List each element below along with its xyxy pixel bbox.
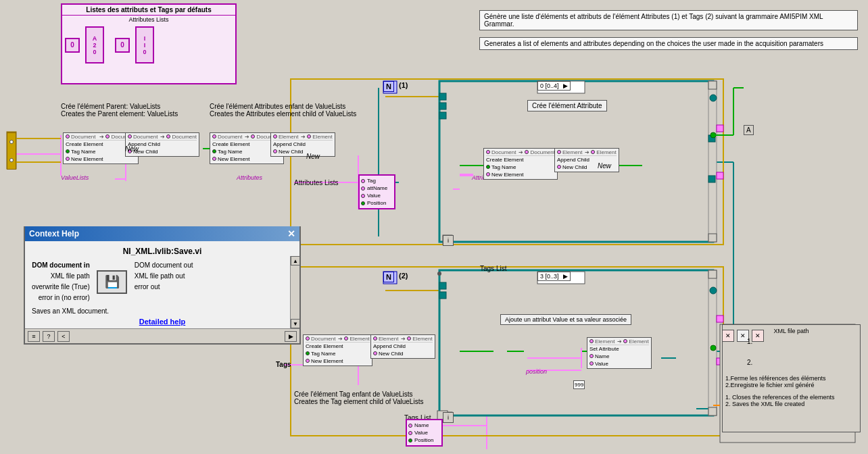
svg-rect-40 bbox=[439, 282, 446, 289]
context-help-titlebar: Context Help ✕ bbox=[25, 226, 299, 241]
attributes-lists-connector-label: Attributes Lists bbox=[294, 179, 339, 186]
description-box-2: Generates a list of elements and attribu… bbox=[479, 37, 858, 50]
valuelists-label: ValueLists bbox=[61, 174, 89, 181]
loop2-label: (2) bbox=[399, 272, 408, 280]
scrollbar-right[interactable]: ▶ bbox=[285, 331, 297, 342]
terminal-0-left: 0 bbox=[65, 38, 80, 53]
loop-count-bottom: 3 [0..3] ▶ bbox=[537, 272, 571, 281]
loop-count-top: 0 [0..4] ▶ bbox=[537, 81, 571, 91]
loop-999-indicator: 999 bbox=[573, 380, 585, 389]
svg-point-47 bbox=[710, 345, 716, 351]
close-refs-en-label: 1. Closes the references of the elements… bbox=[725, 394, 857, 407]
loop1-label: (1) bbox=[399, 81, 408, 89]
i-counter-top: i bbox=[443, 235, 454, 246]
new-label-1: New bbox=[125, 145, 139, 153]
description-text-1: Génère une liste d'éléments et attributs… bbox=[484, 13, 823, 28]
svg-rect-60 bbox=[717, 172, 723, 179]
param-error-out: error out bbox=[135, 282, 193, 293]
new-label-3: New bbox=[598, 162, 611, 170]
tags-label: Tags bbox=[276, 361, 291, 368]
svg-rect-39 bbox=[439, 112, 446, 119]
scrollbar-up-button[interactable]: ▲ bbox=[291, 256, 300, 266]
create-element-block-4: Document ➔ Element Create Element Tag Na… bbox=[303, 334, 372, 366]
svg-rect-38 bbox=[439, 103, 446, 109]
create-attr-label: Crée l'élément Attributes enfant de Valu… bbox=[210, 103, 356, 118]
svg-rect-42 bbox=[708, 135, 715, 142]
main-canvas: Génère une liste d'éléments et attributs… bbox=[0, 0, 868, 454]
create-attr2-label: Crée l'élément Attribute bbox=[527, 100, 607, 111]
svg-point-66 bbox=[437, 272, 441, 276]
svg-rect-59 bbox=[717, 125, 723, 132]
param-overwrite: overwrite file (True) bbox=[32, 282, 90, 293]
tags-list-label: Tags List bbox=[480, 265, 506, 272]
detailed-help-link[interactable]: Detailed help bbox=[32, 318, 293, 326]
svg-rect-34 bbox=[708, 270, 717, 415]
append-child-block-1: Document ➔ Document Append Child New Chi… bbox=[125, 132, 199, 157]
description-text-2: Generates a list of elements and attribu… bbox=[484, 40, 823, 47]
set-attribute-block: Element ➔ Element Set Attribute Name Val… bbox=[587, 336, 652, 369]
terminal-0-right: 0 bbox=[115, 38, 130, 53]
param-dom-out: DOM document out bbox=[135, 260, 193, 271]
scrollbar-down-button[interactable]: ▼ bbox=[291, 319, 300, 328]
context-help-window: Context Help ✕ NI_XML.lvlib:Save.vi DOM … bbox=[24, 226, 301, 345]
create-parent-label: Crée l'élément Parent: ValueLists Create… bbox=[61, 103, 178, 118]
svg-rect-43 bbox=[708, 176, 715, 182]
param-xml-out: XML file path out bbox=[135, 271, 193, 282]
position-label: position bbox=[526, 368, 547, 375]
left-input-connector bbox=[7, 132, 16, 170]
cluster-block-top: Tag attName Value Position bbox=[358, 174, 395, 209]
context-help-scrollbar[interactable]: ▲ ▼ bbox=[290, 256, 299, 328]
attributes-label: Attributes bbox=[237, 174, 262, 181]
n-indicator-top: N bbox=[383, 81, 394, 92]
num-1-top: A bbox=[744, 125, 754, 135]
terminal-ii0: I I 0 bbox=[135, 26, 154, 64]
context-help-close-button[interactable]: ✕ bbox=[287, 228, 295, 239]
cluster-block-bottom: Name Value Position bbox=[406, 419, 443, 447]
vi-name: NI_XML.lvlib:Save.vi bbox=[32, 247, 293, 256]
svg-point-44 bbox=[710, 95, 717, 101]
svg-rect-26 bbox=[439, 270, 713, 415]
toolbar-btn-1[interactable]: ≡ bbox=[28, 331, 40, 342]
create-element-block-3: Document ➔ Document Create Element Tag N… bbox=[483, 147, 558, 180]
svg-rect-33 bbox=[708, 234, 717, 242]
svg-rect-32 bbox=[708, 81, 717, 89]
num-labels-right: 1. 2. bbox=[747, 338, 752, 366]
svg-rect-31 bbox=[708, 81, 717, 242]
append-child-block-2: Element ➔ Element Append Child New Child bbox=[270, 132, 335, 157]
param-error-in: error in (no error) bbox=[32, 293, 90, 303]
context-help-desc: Saves an XML document. bbox=[32, 307, 293, 315]
svg-rect-61 bbox=[717, 316, 723, 322]
n-indicator-bottom: N bbox=[383, 272, 394, 282]
create-tag-label: Crée l'élément Tag enfant de ValueLists … bbox=[294, 390, 423, 405]
toolbar-btn-3[interactable]: < bbox=[57, 331, 70, 342]
attr-panel-title: Listes des attributs et Tags par défauts bbox=[62, 5, 235, 16]
svg-point-45 bbox=[710, 132, 716, 138]
svg-rect-35 bbox=[708, 270, 717, 278]
context-help-toolbar: ≡ ? < ▶ bbox=[25, 328, 299, 343]
svg-rect-36 bbox=[708, 407, 717, 415]
param-dom-in: DOM document in bbox=[32, 260, 90, 271]
attributes-panel: Listes des attributs et Tags par défauts… bbox=[61, 3, 237, 84]
close-refs-label: 1.Ferme les références des éléments 2.En… bbox=[725, 375, 857, 388]
new-label-2: New bbox=[306, 153, 320, 160]
terminal-a20: A 2 0 bbox=[85, 26, 104, 64]
param-xml-path: XML file path bbox=[32, 271, 90, 282]
append-child-block-4: Element ➔ Element Append Child New Child bbox=[370, 334, 435, 359]
svg-point-46 bbox=[710, 287, 717, 294]
svg-rect-37 bbox=[439, 93, 446, 100]
add-attr-value-label: Ajoute un attribut Value et sa valeur as… bbox=[500, 314, 631, 325]
toolbar-btn-2[interactable]: ? bbox=[43, 331, 55, 342]
output-block-x1: ✕ ✕ ✕ bbox=[722, 330, 764, 342]
i-counter-bottom: i bbox=[443, 412, 454, 423]
svg-rect-41 bbox=[439, 292, 446, 299]
attr-panel-subtitle: Attributes Lists bbox=[62, 16, 235, 24]
description-box-1: Génère une liste d'éléments et attributs… bbox=[479, 10, 858, 30]
context-help-title: Context Help bbox=[29, 229, 79, 238]
